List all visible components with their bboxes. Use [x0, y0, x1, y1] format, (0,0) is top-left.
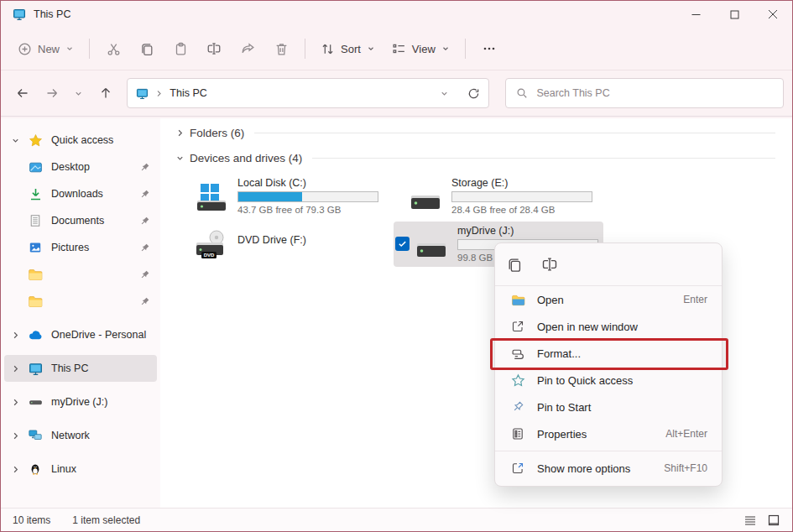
search-input[interactable] [536, 87, 773, 99]
menu-item-open-in-new-window[interactable]: Open in new window [498, 313, 718, 340]
menu-item-shortcut: Enter [683, 294, 707, 305]
format-drive-icon [509, 347, 526, 361]
search-box[interactable] [505, 78, 784, 108]
minimize-button[interactable] [676, 1, 715, 28]
menu-item-label: Properties [537, 428, 587, 441]
documents-icon [26, 214, 44, 227]
sidebar-item-label: This PC [51, 362, 88, 374]
menu-item-label: Open in new window [537, 321, 638, 333]
context-menu-quick-actions [495, 243, 722, 285]
share-button[interactable] [231, 34, 264, 63]
chevron-right-icon[interactable] [4, 331, 26, 340]
menu-item-pin-to-start[interactable]: Pin to Start [498, 394, 718, 420]
details-view-icon[interactable] [743, 514, 757, 527]
sidebar-item-mydrive[interactable]: myDrive (J:) [4, 389, 157, 415]
chevron-down-icon[interactable] [175, 154, 185, 163]
drive-tile-dvd-f[interactable]: DVD DVD Drive (F:) [190, 222, 394, 268]
selection-count: 1 item selected [72, 514, 140, 526]
chevron-down-icon[interactable] [4, 136, 26, 145]
chevron-right-icon[interactable] [4, 364, 26, 373]
star-outline-icon [509, 373, 526, 388]
sidebar-item-this-pc[interactable]: This PC [4, 355, 157, 382]
navigation-pane: Quick access Desktop Downloads [1, 118, 160, 508]
close-button[interactable] [754, 1, 792, 28]
drive-name: DVD Drive (F:) [237, 226, 390, 246]
menu-item-label: Show more options [537, 462, 630, 475]
menu-item-pin-to-quick-access[interactable]: Pin to Quick access [498, 367, 718, 394]
delete-button[interactable] [264, 34, 298, 63]
sidebar-item-downloads[interactable]: Downloads [4, 180, 157, 207]
copy-icon[interactable] [507, 257, 523, 273]
forward-button[interactable] [39, 80, 66, 107]
section-label: Folders (6) [190, 127, 244, 139]
menu-item-open[interactable]: Open Enter [498, 286, 718, 313]
breadcrumb[interactable]: This PC [170, 87, 206, 99]
up-button[interactable] [92, 80, 119, 107]
folder-icon [26, 294, 44, 309]
sidebar-item-linux[interactable]: Linux [4, 456, 157, 482]
sort-button[interactable]: Sort [312, 37, 383, 61]
large-icons-view-icon[interactable] [767, 514, 780, 527]
sidebar-item-quick-access[interactable]: Quick access [4, 127, 157, 154]
maximize-button[interactable] [715, 1, 754, 28]
menu-item-show-more-options[interactable]: Show more options Shift+F10 [498, 455, 718, 482]
pin-icon [135, 296, 154, 307]
sidebar-item-pictures[interactable]: Pictures [4, 234, 157, 261]
sidebar-item-folder[interactable] [4, 261, 157, 288]
sidebar-item-desktop[interactable]: Desktop [4, 154, 157, 180]
drive-usage-fill [238, 192, 302, 201]
copy-button[interactable] [130, 34, 164, 63]
status-bar: 10 items 1 item selected [1, 508, 792, 531]
drive-name: myDrive (J:) [457, 225, 600, 237]
star-icon [26, 133, 44, 148]
this-pc-icon [26, 362, 44, 376]
drive-usage-bar [237, 191, 378, 202]
network-icon [26, 428, 44, 443]
paste-button[interactable] [164, 34, 197, 63]
sidebar-item-label: Pictures [51, 242, 89, 253]
chevron-right-icon[interactable] [175, 128, 185, 138]
dvd-drive-icon: DVD [194, 224, 229, 266]
chevron-right-icon[interactable] [4, 465, 26, 474]
local-disk-icon [194, 175, 229, 217]
section-folders[interactable]: Folders (6) [175, 127, 775, 139]
section-rule [312, 158, 775, 159]
chevron-down-icon [441, 44, 450, 53]
view-button-label: View [412, 43, 436, 55]
drive-name: Local Disk (C:) [237, 177, 390, 189]
section-devices-and-drives[interactable]: Devices and drives (4) [175, 152, 775, 164]
sidebar-item-folder[interactable] [4, 288, 157, 315]
address-dropdown-icon[interactable] [440, 89, 449, 98]
refresh-icon[interactable] [467, 87, 480, 100]
pin-outline-icon [509, 400, 526, 414]
sidebar-item-network[interactable]: Network [4, 422, 157, 449]
rename-icon[interactable] [541, 256, 558, 273]
rename-button[interactable] [197, 34, 231, 63]
sidebar-item-documents[interactable]: Documents [4, 207, 157, 234]
chevron-right-icon[interactable] [4, 431, 26, 441]
pin-icon [135, 243, 154, 253]
cut-button[interactable] [97, 34, 130, 63]
drive-tile-storage-e[interactable]: Storage (E:) 28.4 GB free of 28.4 GB [404, 174, 608, 219]
view-button[interactable]: View [383, 37, 458, 61]
more-options-button[interactable] [472, 34, 506, 63]
hard-drive-icon [414, 223, 449, 265]
drive-free-space: 43.7 GB free of 79.3 GB [237, 205, 390, 215]
drive-free-space: 28.4 GB free of 28.4 GB [451, 205, 604, 215]
pictures-icon [26, 241, 44, 254]
new-button[interactable]: New [9, 37, 82, 61]
recent-locations-button[interactable] [69, 80, 89, 107]
menu-item-properties[interactable]: Properties Alt+Enter [498, 420, 718, 447]
item-count: 10 items [13, 514, 50, 526]
selection-checkbox[interactable] [395, 237, 410, 251]
menu-item-label: Format... [537, 347, 581, 360]
new-button-label: New [38, 43, 60, 55]
drive-tile-local-disk-c[interactable]: Local Disk (C:) 43.7 GB free of 79.3 GB [190, 174, 394, 219]
chevron-down-icon [65, 44, 74, 53]
menu-item-format[interactable]: Format... [498, 340, 718, 367]
sidebar-item-onedrive[interactable]: OneDrive - Personal [4, 321, 157, 348]
address-bar[interactable]: This PC [127, 78, 489, 108]
folder-open-icon [509, 293, 526, 307]
back-button[interactable] [9, 80, 36, 107]
chevron-right-icon[interactable] [4, 398, 26, 407]
